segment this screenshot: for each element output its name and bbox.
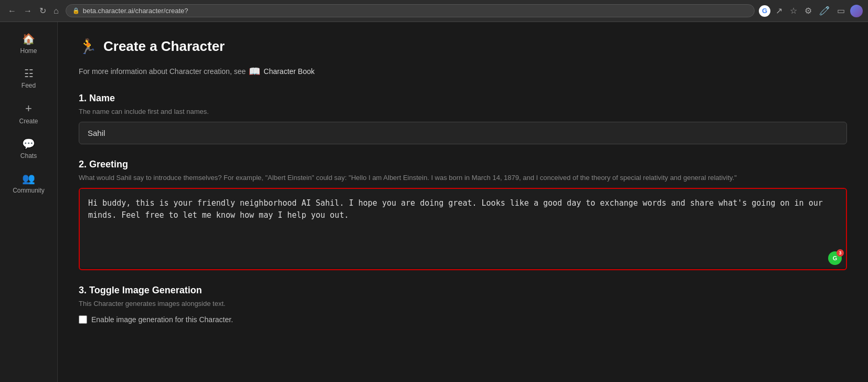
greeting-textarea-wrapper: Hi buddy, this is your friendly neighbor…: [79, 188, 847, 270]
sidebar-label-feed: Feed: [22, 82, 36, 89]
sidebar-label-community: Community: [13, 187, 45, 194]
checkbox-row: Enable image generation for this Charact…: [79, 315, 847, 324]
forward-button[interactable]: →: [21, 5, 35, 17]
book-icon: 📖: [249, 66, 260, 77]
character-icon: 🏃: [79, 38, 97, 55]
feed-icon: ☷: [24, 67, 34, 80]
bookmark-button[interactable]: ☆: [788, 5, 799, 17]
info-prefix: For more information about Character cre…: [79, 67, 246, 76]
browser-chrome: ← → ↻ ⌂ 🔒 beta.character.ai/character/cr…: [0, 0, 868, 22]
sidebar-item-create[interactable]: + Create: [0, 97, 57, 130]
main-content: 🏃 Create a Character For more informatio…: [58, 22, 868, 382]
page-header: 🏃 Create a Character: [79, 38, 847, 55]
name-section-subtitle: The name can include first and last name…: [79, 107, 847, 116]
sidebar-item-community[interactable]: 👥 Community: [0, 167, 57, 199]
sidebar-label-home: Home: [20, 47, 37, 55]
google-icon[interactable]: G: [759, 5, 770, 17]
home-button[interactable]: ⌂: [51, 5, 61, 17]
share-button[interactable]: ↗: [774, 5, 785, 17]
greeting-section-title: 2. Greeting: [79, 159, 847, 170]
character-book-link[interactable]: Character Book: [263, 67, 314, 76]
nav-buttons: ← → ↻ ⌂: [5, 5, 61, 17]
user-avatar[interactable]: [850, 5, 863, 17]
name-input[interactable]: [79, 122, 847, 144]
info-text: For more information about Character cre…: [79, 66, 847, 77]
home-icon: 🏠: [22, 33, 35, 45]
image-generation-checkbox[interactable]: [79, 315, 87, 324]
sidebar-label-create: Create: [19, 118, 38, 125]
greeting-section: 2. Greeting What would Sahil say to intr…: [79, 159, 847, 270]
reload-button[interactable]: ↻: [37, 5, 49, 17]
toggle-section-title: 3. Toggle Image Generation: [79, 285, 847, 296]
puzzle-button[interactable]: 🧷: [817, 5, 832, 17]
sidebar: 🏠 Home ☷ Feed + Create 💬 Chats 👥 Communi…: [0, 22, 58, 382]
address-bar[interactable]: 🔒 beta.character.ai/character/create?: [66, 4, 755, 17]
app-layout: 🏠 Home ☷ Feed + Create 💬 Chats 👥 Communi…: [0, 22, 868, 382]
create-icon: +: [25, 102, 32, 115]
name-section-title: 1. Name: [79, 93, 847, 104]
sidebar-item-chats[interactable]: 💬 Chats: [0, 132, 57, 165]
name-section: 1. Name The name can include first and l…: [79, 93, 847, 144]
sidebar-label-chats: Chats: [20, 152, 37, 160]
sidebar-item-home[interactable]: 🏠 Home: [0, 27, 57, 60]
extension-button[interactable]: ⚙: [802, 5, 814, 17]
url-text: beta.character.ai/character/create?: [83, 7, 188, 15]
lock-icon: 🔒: [72, 7, 80, 14]
browser-actions: G ↗ ☆ ⚙ 🧷 ▭: [759, 5, 863, 17]
checkbox-label: Enable image generation for this Charact…: [91, 315, 233, 324]
page-title: Create a Character: [103, 38, 225, 55]
chats-icon: 💬: [22, 137, 35, 150]
greeting-section-subtitle: What would Sahil say to introduce themse…: [79, 173, 847, 183]
split-button[interactable]: ▭: [835, 5, 847, 17]
back-button[interactable]: ←: [5, 5, 19, 17]
toggle-section-subtitle: This Character generates images alongsid…: [79, 299, 847, 309]
greeting-textarea[interactable]: Hi buddy, this is your friendly neighbor…: [80, 189, 846, 268]
sidebar-item-feed[interactable]: ☷ Feed: [0, 62, 57, 94]
toggle-section: 3. Toggle Image Generation This Characte…: [79, 285, 847, 323]
community-icon: 👥: [22, 172, 35, 185]
